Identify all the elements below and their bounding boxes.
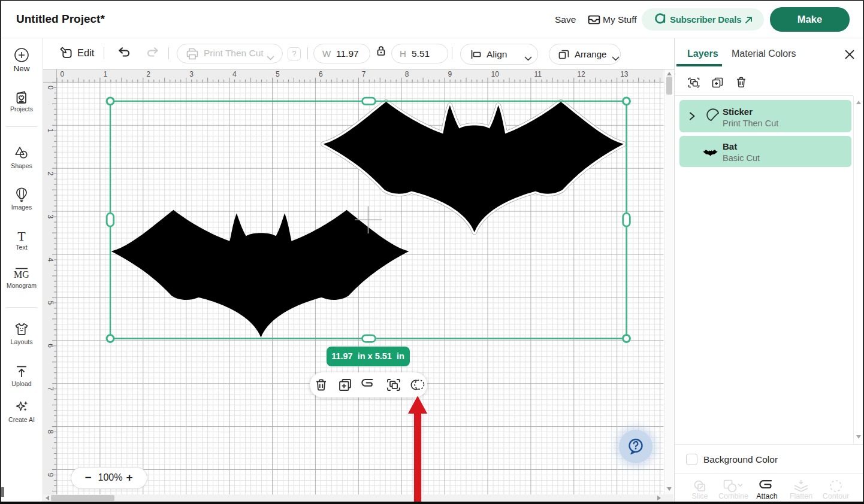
svg-text:9: 9 xyxy=(46,473,55,477)
svg-text:3: 3 xyxy=(46,215,55,219)
svg-text:T: T xyxy=(17,230,26,243)
svg-text:10: 10 xyxy=(491,70,500,78)
svg-text:8: 8 xyxy=(46,430,55,434)
svg-text:2: 2 xyxy=(146,70,150,78)
svg-text:4: 4 xyxy=(232,70,237,78)
svg-text:0: 0 xyxy=(61,70,65,78)
svg-text:9: 9 xyxy=(448,70,452,78)
svg-text:1: 1 xyxy=(103,70,107,78)
svg-text:3: 3 xyxy=(189,70,194,78)
svg-text:13: 13 xyxy=(620,70,629,78)
svg-text:12: 12 xyxy=(577,70,585,78)
svg-text:0: 0 xyxy=(46,86,55,90)
svg-text:8: 8 xyxy=(405,70,409,78)
svg-text:5: 5 xyxy=(276,70,280,78)
svg-text:6: 6 xyxy=(46,344,55,348)
svg-text:1: 1 xyxy=(46,129,55,133)
svg-text:4: 4 xyxy=(46,258,55,262)
svg-text:7: 7 xyxy=(362,70,366,78)
svg-text:5: 5 xyxy=(46,300,55,305)
svg-text:7: 7 xyxy=(46,387,55,391)
svg-text:2: 2 xyxy=(46,172,55,176)
svg-text:6: 6 xyxy=(319,70,323,78)
svg-text:11: 11 xyxy=(534,70,542,78)
svg-text:MG: MG xyxy=(14,269,29,280)
